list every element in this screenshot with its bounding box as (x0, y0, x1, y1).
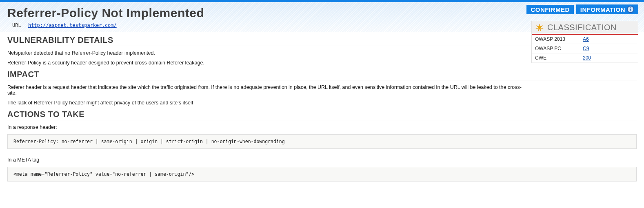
classification-link[interactable]: 200 (583, 55, 591, 61)
url-link[interactable]: http://aspnet.testsparker.com/ (28, 22, 117, 28)
header-zone: Referrer-Policy Not Implemented URL http… (0, 2, 644, 32)
asterisk-icon (535, 23, 544, 32)
code-block-header: Referrer-Policy: no-referrer | same-orig… (7, 134, 637, 149)
actions-lead2: In a META tag (7, 157, 522, 163)
classification-link[interactable]: A6 (583, 36, 589, 42)
information-badge-label: INFORMATION (580, 6, 625, 13)
classification-table: OWASP 2013 A6 OWASP PC C9 CWE 200 (532, 35, 638, 63)
confirmed-badge: CONFIRMED (526, 5, 573, 14)
table-row: OWASP PC C9 (532, 44, 638, 53)
section-heading-impact: IMPACT (7, 70, 637, 80)
classification-key: OWASP PC (532, 44, 580, 53)
classification-key: OWASP 2013 (532, 35, 580, 44)
classification-panel: CLASSIFICATION OWASP 2013 A6 OWASP PC C9… (531, 21, 638, 63)
vuln-p2: Referrer-Policy is a security header des… (7, 60, 522, 66)
information-badge: INFORMATION i (576, 4, 638, 14)
code-block-meta: <meta name="Referrer-Policy" value="no-r… (7, 167, 637, 181)
impact-p2: The lack of Referrer-Policy header might… (7, 100, 522, 106)
table-row: CWE 200 (532, 53, 638, 63)
actions-lead1: In a response header: (7, 124, 522, 130)
badges: CONFIRMED INFORMATION i (526, 4, 638, 14)
classification-title: CLASSIFICATION (547, 23, 617, 32)
impact-p1: Referer header is a request header that … (7, 84, 522, 96)
classification-link[interactable]: C9 (583, 46, 589, 51)
section-heading-actions: ACTIONS TO TAKE (7, 110, 637, 120)
classification-header: CLASSIFICATION (532, 21, 638, 35)
vuln-p1: Netsparker detected that no Referrer-Pol… (7, 50, 522, 56)
classification-key: CWE (532, 53, 580, 63)
table-row: OWASP 2013 A6 (532, 35, 638, 44)
url-label: URL (12, 22, 21, 28)
info-icon: i (627, 6, 634, 13)
